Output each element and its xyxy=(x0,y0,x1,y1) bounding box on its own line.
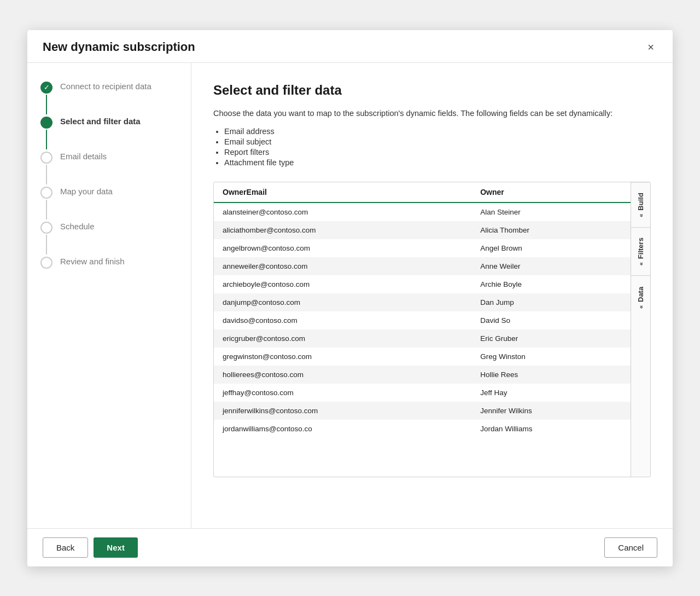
section-title: Select and filter data xyxy=(213,83,651,98)
step-label-map: Map your data xyxy=(60,186,113,209)
table-panel: OwnerEmail Owner alansteiner@contoso.com… xyxy=(213,182,651,477)
table-row[interactable]: anneweiler@contoso.comAnne Weiler xyxy=(214,257,631,275)
table-row[interactable]: alansteiner@contoso.comAlan Steiner xyxy=(214,202,631,221)
dialog-header: New dynamic subscription × xyxy=(27,30,673,63)
cell-email: hollierees@contoso.com xyxy=(214,366,471,384)
cell-email: jordanwilliams@contoso.co xyxy=(214,420,471,438)
cell-owner: Alan Steiner xyxy=(471,202,631,221)
step-circle-select xyxy=(40,117,52,129)
table-row[interactable]: hollierees@contoso.comHollie Rees xyxy=(214,366,631,384)
step-circle-schedule xyxy=(40,222,52,234)
sidebar: ✓ Connect to recipient data Select and f… xyxy=(27,63,191,528)
table-scroll-area[interactable]: OwnerEmail Owner alansteiner@contoso.com… xyxy=(214,182,631,477)
cell-email: archieboyle@contoso.com xyxy=(214,275,471,293)
cell-owner: Jeff Hay xyxy=(471,384,631,402)
step-label-email: Email details xyxy=(60,151,107,174)
cell-email: jeffhay@contoso.com xyxy=(214,384,471,402)
side-tabs: « Build « Filters « Data xyxy=(631,182,650,477)
tab-filters-label: Filters xyxy=(637,238,645,259)
step-line-5 xyxy=(46,235,47,254)
col-header-email: OwnerEmail xyxy=(214,182,471,202)
step-connect: ✓ Connect to recipient data xyxy=(40,80,178,115)
step-map: Map your data xyxy=(40,186,178,221)
step-connector-2 xyxy=(40,115,52,151)
cell-owner: David So xyxy=(471,311,631,329)
cell-email: aliciathomber@contoso.com xyxy=(214,221,471,239)
tab-data[interactable]: « Data xyxy=(631,275,650,319)
filters-arrow-icon: « xyxy=(638,262,644,265)
build-arrow-icon: « xyxy=(638,214,644,217)
cell-owner: Alicia Thomber xyxy=(471,221,631,239)
cell-owner: Eric Gruber xyxy=(471,329,631,348)
cell-owner: Archie Boyle xyxy=(471,275,631,293)
bullet-item-3: Report filters xyxy=(224,148,651,157)
cell-email: anneweiler@contoso.com xyxy=(214,257,471,275)
cell-email: gregwinston@contoso.com xyxy=(214,348,471,366)
dialog: New dynamic subscription × ✓ Connect to … xyxy=(27,30,673,566)
step-connector-3 xyxy=(40,151,52,186)
table-row[interactable]: archieboyle@contoso.comArchie Boyle xyxy=(214,275,631,293)
close-button[interactable]: × xyxy=(644,40,657,55)
dialog-body: ✓ Connect to recipient data Select and f… xyxy=(27,63,673,528)
step-label-review: Review and finish xyxy=(60,256,125,279)
cell-email: danjump@contoso.com xyxy=(214,293,471,311)
step-connector-4 xyxy=(40,186,52,221)
tab-build-label: Build xyxy=(637,193,645,211)
step-connector-5 xyxy=(40,221,52,256)
main-content: Select and filter data Choose the data y… xyxy=(191,63,673,528)
cell-email: angelbrown@contoso.com xyxy=(214,239,471,257)
cell-email: jenniferwilkins@contoso.com xyxy=(214,402,471,420)
step-circle-review xyxy=(40,257,52,269)
step-email: Email details xyxy=(40,151,178,186)
tab-build[interactable]: « Build xyxy=(631,182,650,227)
cell-owner: Jordan Williams xyxy=(471,420,631,438)
cell-email: alansteiner@contoso.com xyxy=(214,202,471,221)
step-circle-connect: ✓ xyxy=(40,82,52,94)
col-header-owner: Owner xyxy=(471,182,631,202)
checkmark-icon: ✓ xyxy=(44,84,50,91)
table-row[interactable]: jenniferwilkins@contoso.comJennifer Wilk… xyxy=(214,402,631,420)
step-line-2 xyxy=(46,130,47,149)
next-button[interactable]: Next xyxy=(94,537,138,558)
step-line-4 xyxy=(46,200,47,219)
data-table: OwnerEmail Owner alansteiner@contoso.com… xyxy=(214,182,631,438)
tab-filters[interactable]: « Filters xyxy=(631,227,650,275)
bullet-item-1: Email address xyxy=(224,127,651,136)
step-line-1 xyxy=(46,95,47,114)
cell-owner: Angel Brown xyxy=(471,239,631,257)
step-schedule: Schedule xyxy=(40,221,178,256)
cell-email: ericgruber@contoso.com xyxy=(214,329,471,348)
table-row[interactable]: danjump@contoso.comDan Jump xyxy=(214,293,631,311)
step-circle-map xyxy=(40,187,52,199)
table-row[interactable]: ericgruber@contoso.comEric Gruber xyxy=(214,329,631,348)
step-review: Review and finish xyxy=(40,256,178,279)
tab-data-label: Data xyxy=(637,286,645,302)
cell-owner: Greg Winston xyxy=(471,348,631,366)
data-arrow-icon: « xyxy=(638,305,644,309)
step-label-schedule: Schedule xyxy=(60,221,95,244)
step-connector-6 xyxy=(40,256,52,269)
cell-owner: Anne Weiler xyxy=(471,257,631,275)
table-row[interactable]: jeffhay@contoso.comJeff Hay xyxy=(214,384,631,402)
step-label-select: Select and filter data xyxy=(60,115,141,139)
cell-owner: Hollie Rees xyxy=(471,366,631,384)
back-button[interactable]: Back xyxy=(43,537,88,558)
table-row[interactable]: jordanwilliams@contoso.coJordan Williams xyxy=(214,420,631,438)
bullet-list: Email address Email subject Report filte… xyxy=(224,127,651,169)
footer-left-buttons: Back Next xyxy=(43,537,138,558)
step-line-3 xyxy=(46,165,47,184)
table-row[interactable]: angelbrown@contoso.comAngel Brown xyxy=(214,239,631,257)
cell-owner: Jennifer Wilkins xyxy=(471,402,631,420)
table-row[interactable]: gregwinston@contoso.comGreg Winston xyxy=(214,348,631,366)
cancel-button[interactable]: Cancel xyxy=(604,537,657,558)
description-text: Choose the data you want to map to the s… xyxy=(213,108,651,120)
table-row[interactable]: davidso@contoso.comDavid So xyxy=(214,311,631,329)
table-row[interactable]: aliciathomber@contoso.comAlicia Thomber xyxy=(214,221,631,239)
dialog-title: New dynamic subscription xyxy=(43,40,195,54)
step-label-connect: Connect to recipient data xyxy=(60,80,151,104)
dialog-footer: Back Next Cancel xyxy=(27,528,673,566)
bullet-item-4: Attachment file type xyxy=(224,158,651,167)
cell-owner: Dan Jump xyxy=(471,293,631,311)
bullet-item-2: Email subject xyxy=(224,137,651,146)
step-select: Select and filter data xyxy=(40,115,178,151)
